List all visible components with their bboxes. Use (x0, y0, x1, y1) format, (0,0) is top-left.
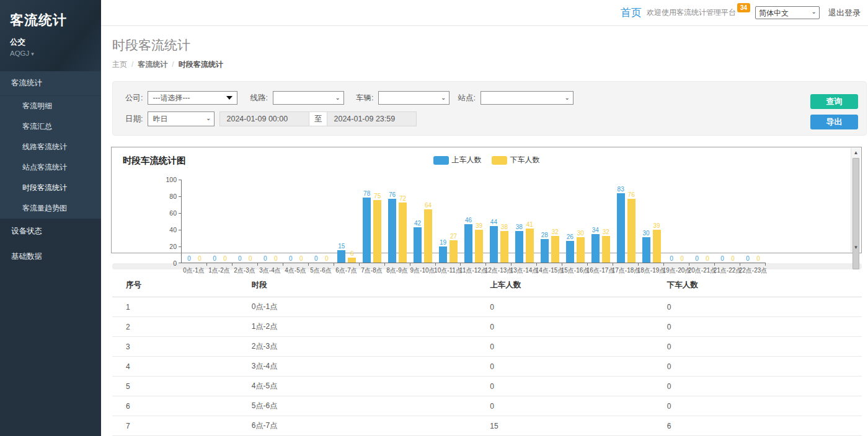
x-axis-label: 22点-23点 (740, 266, 766, 275)
home-link[interactable]: 首页 (621, 6, 642, 20)
bar-column-down: 75 (373, 180, 381, 263)
sidebar-item-xianlu-keliu-tongji[interactable]: 线路客流统计 (0, 137, 101, 157)
x-axis-label-text: 16点-17点 (587, 266, 615, 275)
bar-up (541, 239, 549, 263)
x-axis-label: 2点-3点 (232, 266, 257, 275)
sidebar-item-shebei-zhuangtai[interactable]: 设备状态 (0, 219, 101, 244)
bar-group: 00 (182, 180, 207, 263)
filter-row-1: 公司: ---请选择--- 线路: ⌄ 车辆: ⌄ 站点: (125, 91, 856, 105)
sidebar-item-shiduan-keliu-tongji[interactable]: 时段客流统计 (0, 178, 101, 198)
x-axis-label-text: 6点-7点 (335, 266, 356, 275)
vertical-scrollbar[interactable]: ▲ ▼ (851, 148, 861, 252)
sidebar-section-jichu-shuju: 基础数据 (0, 244, 101, 269)
legend-item-down[interactable]: 下车人数 (492, 155, 540, 165)
bar-group: 00 (309, 180, 334, 263)
breadcrumb-section[interactable]: 客流统计 (138, 60, 167, 69)
bar-value: 64 (425, 202, 432, 209)
language-select[interactable]: 简体中文 (755, 6, 820, 19)
brand-title: 客流统计 (10, 11, 91, 30)
date-end-input[interactable] (327, 111, 417, 126)
bar-column-up: 0 (668, 180, 676, 263)
sidebar-item-keliu-tongji[interactable]: 客流统计 (0, 71, 101, 96)
sidebar-item-jichu-shuju[interactable]: 基础数据 (0, 244, 101, 269)
bar-column-down: 0 (272, 180, 280, 263)
breadcrumb-current: 时段客流统计 (179, 60, 223, 69)
table-cell: 7 (112, 416, 252, 436)
bar-value: 42 (414, 220, 421, 227)
sidebar-item-keliuliang-qushitu[interactable]: 客流量趋势图 (0, 198, 101, 219)
table-cell: 0 (490, 377, 666, 396)
bar-group: 00 (232, 180, 258, 263)
bar-column-up: 78 (363, 180, 371, 263)
x-axis-label-text: 4点-5点 (285, 266, 306, 275)
scroll-up-icon[interactable]: ▲ (851, 148, 861, 157)
bar-value: 0 (731, 255, 735, 262)
station-select[interactable]: ⌄ (480, 91, 574, 105)
bar-column-up: 44 (490, 180, 498, 263)
date-label: 日期: (125, 114, 143, 124)
bar-group: 00 (689, 180, 715, 263)
scroll-down-icon[interactable]: ▼ (851, 243, 861, 252)
org-name: 公交 (10, 37, 91, 48)
x-axis-label: 16点-17点 (588, 266, 613, 275)
bar-group: 3432 (588, 180, 613, 263)
bar-column-up: 83 (617, 180, 625, 263)
bar-value: 19 (440, 239, 446, 246)
bar-group: 00 (207, 180, 232, 263)
notification-badge[interactable]: 34 (737, 3, 750, 12)
table-row: 21点-2点00 (112, 317, 862, 337)
x-axis-label: 6点-7点 (334, 266, 359, 275)
date-start-input[interactable] (219, 111, 309, 126)
x-axis-label-text: 13点-14点 (510, 266, 539, 275)
bar-column-up: 0 (210, 180, 218, 263)
logout-link[interactable]: 退出登录 (828, 7, 861, 19)
sidebar-item-keliu-mingxi[interactable]: 客流明细 (0, 96, 101, 116)
breadcrumb-home[interactable]: 主页 (112, 60, 127, 69)
x-axis-label-text: 22点-23点 (739, 266, 768, 275)
bar-up (414, 227, 422, 263)
bar-down (627, 199, 636, 263)
legend-item-up[interactable]: 上车人数 (433, 155, 482, 165)
vehicle-select[interactable]: ⌄ (378, 91, 450, 105)
x-axis-label-text: 20点-21点 (688, 266, 717, 275)
x-axis-label: 15点-16点 (562, 266, 588, 275)
x-axis-label-text: 0点-1点 (183, 266, 204, 275)
table-cell: 0 (490, 337, 666, 357)
bar-value: 44 (490, 219, 497, 225)
bar-column-down: 76 (627, 180, 636, 263)
bar-up (490, 226, 498, 263)
y-axis-tick-label: 100 (159, 176, 177, 183)
breadcrumb-separator: / (131, 60, 133, 69)
bar-group: 3039 (639, 180, 664, 263)
x-axis-label: 8点-9点 (384, 266, 410, 275)
sidebar-item-keliu-huizong[interactable]: 客流汇总 (0, 116, 101, 137)
query-button[interactable]: 查询 (810, 94, 858, 109)
bar-value: 76 (628, 191, 635, 198)
filter-panel: 公司: ---请选择--- 线路: ⌄ 车辆: ⌄ 站点: (112, 81, 867, 136)
bar-down (450, 240, 458, 263)
bar-down (551, 236, 559, 263)
export-button[interactable]: 导出 (810, 115, 858, 129)
org-code-dropdown[interactable]: AQGJ▾ (10, 50, 91, 57)
bar-value: 72 (399, 195, 406, 202)
line-select[interactable]: ⌄ (273, 91, 344, 105)
x-axis-label: 21点-22点 (715, 266, 740, 275)
bar-column-down: 27 (450, 180, 458, 263)
x-axis-label: 17点-18点 (613, 266, 639, 275)
y-axis-tick-mark (179, 230, 182, 230)
table-cell: 0点-1点 (252, 297, 490, 317)
vehicle-label: 车辆: (356, 93, 373, 103)
bar-value: 38 (501, 224, 508, 230)
scrollbar-thumb[interactable] (852, 158, 859, 269)
sidebar-item-zhandian-keliu-tongji[interactable]: 站点客流统计 (0, 157, 101, 178)
line-label: 线路: (250, 93, 267, 103)
table-cell: 0 (667, 337, 862, 357)
company-select[interactable]: ---请选择--- (148, 91, 237, 105)
date-preset-select[interactable]: 昨日 ⌄ (148, 111, 215, 126)
x-axis-label: 9点-10点 (410, 266, 435, 275)
y-axis-tick-label: 60 (159, 209, 177, 217)
bar-value: 30 (643, 230, 650, 237)
bar-column-down: 39 (653, 180, 661, 263)
x-axis-label-text: 3点-4点 (259, 266, 280, 275)
table-cell: 3 (112, 337, 252, 357)
